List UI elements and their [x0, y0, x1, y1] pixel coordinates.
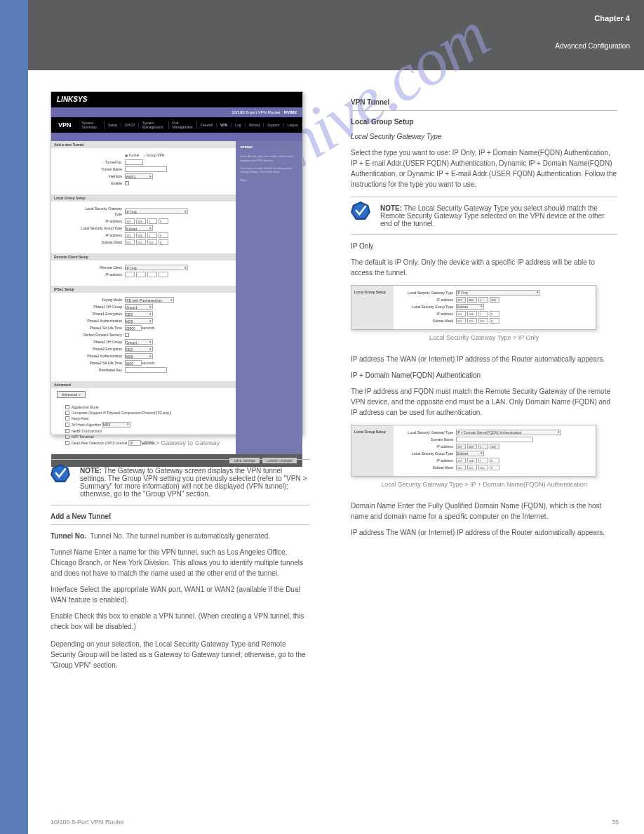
ip-octet[interactable]: 168 — [467, 458, 477, 463]
mask-octet[interactable]: 255 — [125, 239, 135, 245]
ip-octet[interactable]: 192 — [125, 232, 135, 238]
ip-octet[interactable]: 1 — [478, 458, 488, 463]
remote-client-select[interactable]: IP Only — [125, 265, 188, 270]
mini2-lsgt-select[interactable]: IP + Domain Name(FQDN) Authentication — [456, 430, 561, 435]
nav-item[interactable]: Wizard — [246, 123, 264, 127]
nav-item[interactable]: Firewall — [197, 123, 217, 127]
ip-octet[interactable]: 0 — [159, 232, 168, 238]
ip-octet[interactable] — [125, 272, 135, 277]
ah-select[interactable]: MD5 — [102, 422, 130, 428]
nav-item[interactable]: System Summary — [79, 121, 105, 129]
nav-item[interactable]: Logout — [284, 123, 302, 127]
main-nav: VPN System Summary Setup DHCP System Man… — [51, 117, 302, 133]
cb-keepalive[interactable] — [65, 416, 69, 421]
p2life-input[interactable]: 3600 — [125, 360, 142, 366]
p1dh-select[interactable]: Group1 — [125, 304, 153, 310]
mask-octet[interactable]: 0 — [490, 318, 499, 324]
label-keepalive: Keep-Alive — [72, 416, 88, 421]
mini2-lsgtype-select[interactable]: Subnet — [456, 451, 484, 456]
ip-octet: 192 — [456, 297, 466, 303]
ip-octet[interactable]: 1 — [147, 232, 157, 238]
ip-octet[interactable] — [147, 272, 157, 277]
mini-label-lsgtype: Local Security Group Type — [396, 305, 456, 309]
nav-item[interactable]: System Management — [139, 121, 169, 129]
mini-label-lsgt: Local Security Gateway Type — [396, 291, 456, 295]
mask-octet[interactable]: 255 — [478, 318, 488, 324]
para-ip-fqdn: The IP address and FQDN must match the R… — [351, 386, 617, 418]
label-p2auth: Phase2 Authentication — [79, 353, 125, 359]
mask-octet[interactable]: 0 — [490, 465, 499, 470]
router-admin-screenshot: LINKSYS 10/100 8-port VPN Router RV082 V… — [51, 91, 303, 435]
ip-octet[interactable] — [159, 272, 168, 277]
nav-item[interactable]: Setup — [105, 123, 121, 127]
mask-octet[interactable]: 255 — [478, 465, 488, 470]
ip-octet[interactable]: 0 — [490, 458, 499, 463]
mask-octet[interactable]: 255 — [467, 465, 477, 470]
ip-octet[interactable]: 0 — [159, 218, 168, 224]
ip-octet[interactable]: 192 — [456, 311, 466, 317]
ip-octet[interactable]: 1 — [147, 218, 157, 224]
cb-aggressive[interactable] — [65, 405, 69, 409]
ip-octet[interactable]: 1 — [478, 311, 488, 317]
label-remote-client: Remote Client — [79, 265, 125, 270]
cb-netbios[interactable] — [65, 429, 69, 433]
p1enc-select[interactable]: DES — [125, 311, 153, 317]
section-advanced: Advanced — [51, 381, 236, 388]
section-ipsec: IPSec Setup — [51, 286, 236, 293]
ip-octet[interactable]: 168 — [467, 311, 477, 317]
enable-checkbox[interactable] — [125, 181, 129, 185]
ip-octet[interactable]: 0 — [490, 311, 499, 317]
p1auth-select[interactable]: MD5 — [125, 318, 153, 324]
psk-input[interactable] — [125, 367, 167, 373]
advanced-toggle-button[interactable]: Advanced + — [57, 391, 86, 398]
domain-input[interactable] — [456, 437, 533, 442]
field-tunnel-no: Tunnel No. Tunnel No. The tunnel number … — [51, 531, 310, 541]
mini-caption-2: Local Security Gateway Type > IP + Domai… — [351, 481, 617, 488]
brand-logo: LINKSYS — [51, 92, 302, 107]
label-p1life: Phase1 SA Life Time — [79, 325, 125, 331]
ip-octet[interactable]: 192 — [125, 218, 135, 224]
ip-octet[interactable]: 168 — [136, 232, 146, 238]
dpd-input[interactable]: 10 — [128, 440, 141, 446]
nav-item[interactable]: Log — [232, 123, 245, 127]
radio-group-vpn[interactable]: Group VPN — [147, 153, 165, 157]
p2auth-select[interactable]: MD5 — [125, 353, 153, 359]
cb-compress[interactable] — [65, 411, 69, 415]
lsgtype-select[interactable]: Subnet — [125, 225, 153, 231]
label-pfs: Perfect Forward Secrecy — [79, 332, 125, 338]
heading-vpn-tunnel: VPN Tunnel — [351, 98, 617, 106]
cb-ah[interactable] — [65, 423, 69, 427]
p1life-input[interactable]: 28800 — [125, 325, 142, 331]
pfs-checkbox[interactable] — [125, 333, 129, 337]
nav-item[interactable]: Port Management — [169, 121, 197, 129]
mask-octet[interactable]: 255 — [467, 318, 477, 324]
radio-tunnel[interactable]: Tunnel — [128, 153, 139, 157]
cb-nat[interactable] — [65, 435, 69, 439]
lsgt-select[interactable]: IP Only — [125, 208, 188, 214]
mini-lsgtype-select[interactable]: Subnet — [456, 304, 484, 310]
ip-octet[interactable]: 192 — [456, 458, 466, 463]
label-lsgtype: Local Security Group Type — [79, 225, 125, 231]
label-ah: AH Hash Algorithm — [72, 423, 101, 427]
mini-lsgt-select[interactable]: IP Only — [456, 290, 540, 296]
mask-octet[interactable]: 255 — [456, 318, 466, 324]
tunnel-no-input[interactable] — [125, 159, 143, 165]
interface-select[interactable]: WAN1 — [125, 173, 153, 179]
cb-dpd[interactable] — [65, 441, 69, 445]
tunnel-name-input[interactable] — [125, 166, 167, 172]
label-p1enc: Phase1 Encryption — [79, 311, 125, 317]
nav-item[interactable]: VPN — [217, 123, 232, 127]
mask-octet[interactable]: 255 — [136, 239, 146, 245]
top-header-bar: Chapter 4 Advanced Configuration — [28, 0, 644, 70]
nav-item[interactable]: DHCP — [121, 123, 139, 127]
mask-octet[interactable]: 255 — [456, 465, 466, 470]
mask-octet[interactable]: 255 — [147, 239, 157, 245]
mask-octet[interactable]: 0 — [159, 239, 168, 245]
ip-octet: 100 — [490, 297, 499, 303]
p2enc-select[interactable]: DES — [125, 346, 153, 352]
ip-octet[interactable]: 168 — [136, 218, 146, 224]
nav-item[interactable]: Support — [264, 123, 284, 127]
p2dh-select[interactable]: Group1 — [125, 339, 153, 345]
keying-select[interactable]: IKE with Preshared key — [125, 297, 174, 303]
ip-octet[interactable] — [136, 272, 146, 277]
